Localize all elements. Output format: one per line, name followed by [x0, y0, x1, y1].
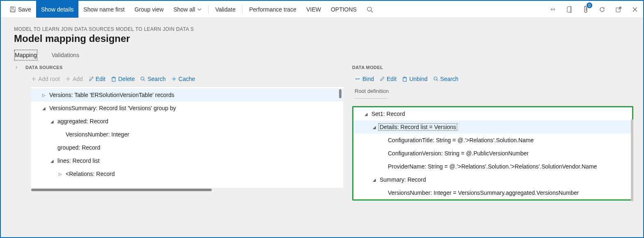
show-details-label: Show details: [41, 6, 73, 13]
office-button[interactable]: [561, 1, 578, 18]
collapse-panel-icon[interactable]: [15, 66, 18, 69]
search-icon: [367, 6, 373, 13]
search-button[interactable]: Search: [140, 76, 165, 82]
tree-node-label: VersionsNumber: Integer = VersionsSummar…: [388, 189, 579, 196]
svg-rect-19: [403, 78, 406, 81]
collapse-icon[interactable]: ◢: [49, 119, 55, 124]
tree-node-configuration-title[interactable]: ConfigurationTitle: String = @.'>Relatio…: [353, 134, 632, 147]
collapse-icon[interactable]: ◢: [371, 125, 377, 129]
app-window: Save Show details Show name first Group …: [0, 0, 644, 238]
tree-node-versions-summary[interactable]: ◢VersionsSummary: Record list 'Versions'…: [31, 102, 343, 115]
toolbar: Save Show details Show name first Group …: [1, 1, 643, 18]
show-details-button[interactable]: Show details: [36, 1, 78, 18]
delete-label: Delete: [118, 76, 135, 82]
horizontal-scrollbar-thumb[interactable]: [31, 189, 212, 191]
group-view-label: Group view: [135, 6, 164, 13]
root-definition-label: Root definition: [355, 88, 633, 94]
tree-node-label: lines: Record list: [57, 157, 100, 164]
attachments-badge: 0: [587, 2, 592, 8]
tab-mapping[interactable]: Mapping: [14, 49, 38, 61]
tree-node-label: ConfigurationTitle: String = @.'>Relatio…: [388, 137, 534, 143]
bind-button[interactable]: Bind: [355, 76, 374, 82]
add-root-label: Add root: [38, 76, 60, 82]
header: MODEL TO LEARN JOIN DATA SOURCES MODEL T…: [1, 18, 643, 49]
popout-icon: [615, 6, 622, 13]
tree-node-configuration-version[interactable]: ConfigurationVersion: String = @.PublicV…: [353, 147, 632, 160]
plus-icon: [31, 76, 36, 81]
page-title: Model mapping designer: [14, 33, 634, 44]
tree-node-label: grouped: Record: [57, 144, 100, 151]
tree-node-aggregated[interactable]: ◢aggregated: Record: [31, 115, 343, 128]
svg-point-15: [141, 77, 144, 80]
save-label: Save: [18, 6, 31, 13]
expand-icon[interactable]: ▷: [41, 93, 47, 97]
refresh-icon: [599, 6, 605, 13]
add-root-button[interactable]: Add root: [31, 76, 60, 82]
horizontal-scrollbar-track[interactable]: [31, 188, 343, 192]
tab-validations[interactable]: Validations: [51, 49, 80, 61]
edit-button[interactable]: Edit: [89, 76, 105, 82]
collapse-icon[interactable]: ◢: [49, 159, 55, 163]
save-button[interactable]: Save: [5, 1, 36, 18]
validate-button[interactable]: Validate: [210, 1, 241, 18]
tree-node-summary[interactable]: ◢Summary: Record: [353, 173, 632, 186]
group-view-button[interactable]: Group view: [130, 1, 169, 18]
tree-node-provider-name[interactable]: ProviderName: String = @.'>Relations'.So…: [353, 160, 632, 173]
search-icon: [140, 76, 145, 81]
tree-node-versions[interactable]: ▷Versions: Table 'ERSolutionVersionTable…: [31, 88, 343, 102]
vertical-scrollbar[interactable]: [339, 89, 341, 98]
performance-trace-button[interactable]: Performance trace: [244, 1, 301, 18]
show-name-first-button[interactable]: Show name first: [78, 1, 129, 18]
search-label: Search: [440, 76, 458, 82]
tree-node-versions-number[interactable]: VersionsNumber: Integer: [31, 128, 343, 141]
collapse-icon[interactable]: ◢: [371, 178, 377, 182]
expand-icon[interactable]: ▷: [57, 172, 63, 176]
tree-node-lines[interactable]: ◢lines: Record list: [31, 154, 343, 167]
edit-button[interactable]: Edit: [380, 76, 396, 82]
vertical-scrollbar[interactable]: [631, 119, 633, 201]
tree-node-versions-number[interactable]: VersionsNumber: Integer = VersionsSummar…: [353, 186, 632, 199]
show-all-button[interactable]: Show all: [169, 1, 207, 18]
delete-button[interactable]: Delete: [111, 76, 135, 82]
search-button[interactable]: Search: [433, 76, 458, 82]
unbind-button[interactable]: Unbind: [402, 76, 427, 82]
svg-line-16: [144, 80, 145, 81]
cache-button[interactable]: Cache: [172, 76, 195, 82]
tree-node-grouped[interactable]: grouped: Record: [31, 141, 343, 154]
svg-rect-1: [11, 7, 14, 8]
refresh-button[interactable]: [594, 1, 610, 18]
view-button[interactable]: VIEW: [301, 1, 326, 18]
tree-node-relations[interactable]: ▷<Relations: Record: [31, 167, 343, 180]
tree-node-label: VersionsSummary: Record list 'Versions' …: [49, 105, 176, 111]
validate-label: Validate: [215, 6, 236, 13]
add-button[interactable]: Add: [66, 76, 83, 82]
edit-label: Edit: [387, 76, 396, 82]
tree-node-label: ConfigurationVersion: String = @.PublicV…: [388, 150, 529, 157]
data-sources-title: DATA SOURCES: [25, 65, 63, 70]
close-button[interactable]: [627, 1, 643, 18]
toolbar-right: 0: [545, 1, 643, 18]
link-indicator-button[interactable]: [545, 1, 561, 18]
tree-node-details[interactable]: ◢Details: Record list = Versions: [353, 120, 632, 134]
tree-node-set1[interactable]: ◢Set1: Record: [353, 107, 632, 120]
tree-node-label: Details: Record list = Versions: [379, 124, 457, 130]
tree-node-label: VersionsNumber: Integer: [66, 131, 129, 138]
collapse-icon[interactable]: ◢: [363, 112, 369, 116]
data-model-panel: DATA MODEL Bind Edit Unbind Search: [352, 65, 633, 230]
tree-node-label: aggregated: Record: [57, 118, 108, 125]
collapse-icon[interactable]: ◢: [41, 106, 47, 111]
close-icon: [632, 7, 638, 12]
attachments-button[interactable]: 0: [578, 1, 594, 18]
options-button[interactable]: OPTIONS: [326, 1, 362, 18]
cache-label: Cache: [179, 76, 195, 82]
search-label: Search: [147, 76, 165, 82]
svg-line-23: [437, 80, 438, 81]
tree-node-label: Summary: Record: [380, 176, 426, 183]
show-name-first-label: Show name first: [83, 6, 124, 13]
pencil-icon: [89, 76, 94, 81]
popout-button[interactable]: [610, 1, 627, 18]
search-toolbar-button[interactable]: [362, 1, 378, 18]
toolbar-separator: [242, 5, 243, 14]
breadcrumb: MODEL TO LEARN JOIN DATA SOURCES MODEL T…: [14, 26, 634, 32]
scroll-corner: [335, 181, 341, 187]
